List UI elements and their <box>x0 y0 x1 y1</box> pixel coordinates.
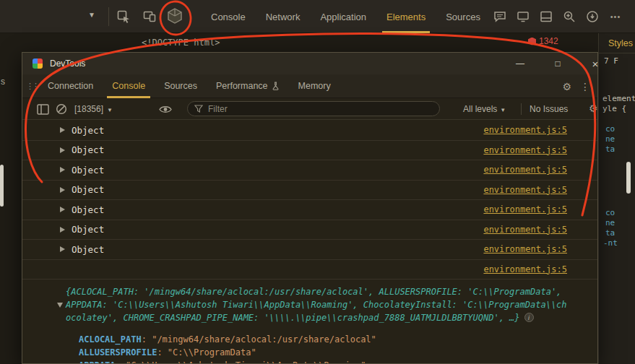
console-row: Object environment.js:5 <box>22 240 597 260</box>
chevron-down-icon: ▼ <box>107 107 113 113</box>
console-sidebar-toggle-icon[interactable] <box>35 102 50 116</box>
object-label[interactable]: Object <box>72 204 104 215</box>
tab-console[interactable]: Console <box>103 74 155 98</box>
maximize-button[interactable]: □ <box>545 53 570 74</box>
console-row: Object environment.js:5 <box>22 200 597 220</box>
layout-panel-icon[interactable] <box>539 9 553 24</box>
console-row: Object environment.js:5 <box>22 160 597 181</box>
screenshot-root: ▼ Console Network Application Elements S… <box>0 0 635 364</box>
expand-arrow-icon[interactable] <box>60 246 65 252</box>
expand-arrow-icon[interactable] <box>60 127 65 133</box>
live-expression-eye-icon[interactable] <box>158 102 173 116</box>
bg-tab-network[interactable]: Network <box>256 0 311 33</box>
background-devtools-toolbar: ▼ Console Network Application Elements S… <box>0 0 635 33</box>
expanded-object: {ACLOCAL_PATH: '/mingw64/share/aclocal:/… <box>22 280 597 363</box>
background-toolbar-icons: ••• <box>493 0 623 33</box>
source-link[interactable]: environment.js:5 <box>483 165 567 175</box>
source-link[interactable]: environment.js:5 <box>483 145 567 155</box>
object-property[interactable]: ALLUSERSPROFILE: "C:\\ProgramData" <box>79 346 567 359</box>
zoom-in-icon[interactable] <box>562 9 576 24</box>
chevron-down-icon: ▼ <box>500 107 506 113</box>
settings-gear-icon[interactable]: ⚙ <box>562 82 571 92</box>
extension-cube-icon[interactable] <box>165 6 184 25</box>
styles-code-fragment: ta <box>605 228 615 238</box>
tab-connection[interactable]: Connection <box>38 74 103 98</box>
left-scrollbar-thumb[interactable] <box>0 165 4 207</box>
bg-tab-console[interactable]: Console <box>201 0 256 33</box>
clear-console-icon[interactable] <box>54 102 69 116</box>
styles-pane-sliver: Styles 7 F element yle { co ne ta co ne … <box>598 33 635 364</box>
error-count-badge[interactable]: 1342 <box>528 36 558 46</box>
styles-code-fragment: ne <box>605 134 615 144</box>
object-label[interactable]: Object <box>72 184 104 195</box>
chat-bubble-icon[interactable] <box>493 9 507 24</box>
tab-styles[interactable]: Styles <box>608 38 633 48</box>
info-icon[interactable]: i <box>524 313 534 322</box>
close-button[interactable]: × <box>583 53 608 74</box>
object-property[interactable]: ACLOCAL_PATH: "/mingw64/share/aclocal:/u… <box>79 333 567 346</box>
bg-tab-elements[interactable]: Elements <box>376 0 436 33</box>
minimize-button[interactable]: — <box>508 53 532 74</box>
expand-arrow-icon[interactable] <box>60 227 65 233</box>
update-circle-icon[interactable] <box>585 9 600 24</box>
kebab-menu-icon[interactable]: ⋮ <box>577 81 593 92</box>
source-link[interactable]: environment.js:5 <box>483 225 567 235</box>
doctype-node[interactable]: <!DOCTYPE html> <box>142 38 220 48</box>
tab-memory[interactable]: Memory <box>289 74 340 98</box>
console-messages: Object environment.js:5 Object environme… <box>22 121 597 363</box>
object-label[interactable]: Object <box>72 144 104 155</box>
inspect-element-icon[interactable] <box>116 9 131 25</box>
console-row: environment.js:5 <box>22 260 597 280</box>
window-titlebar[interactable]: DevTools — □ × <box>22 53 597 74</box>
source-link[interactable]: environment.js:5 <box>483 204 567 214</box>
object-label[interactable]: Object <box>72 165 104 176</box>
tab-performance[interactable]: Performance <box>207 74 289 98</box>
collapse-arrow-icon[interactable] <box>57 303 63 308</box>
more-tabs-icon[interactable]: ⋮⋮ <box>25 82 38 91</box>
devtools-floating-window: DevTools — □ × ⋮⋮ Connection Console Sou… <box>22 52 598 364</box>
object-property[interactable]: APPDATA: "C:\\Users\\Ashutosh Tiwari\\Ap… <box>79 359 567 363</box>
source-link[interactable]: environment.js:5 <box>483 264 567 274</box>
object-label[interactable]: Object <box>72 244 104 255</box>
left-edge-fragment: s <box>1 77 5 87</box>
bg-tab-application[interactable]: Application <box>310 0 376 33</box>
styles-code-fragment: element <box>602 94 635 103</box>
source-link[interactable]: environment.js:5 <box>483 185 567 195</box>
window-title: DevTools <box>50 58 85 69</box>
expand-arrow-icon[interactable] <box>60 187 65 193</box>
styles-code-fragment: ta <box>605 144 615 154</box>
filter-input[interactable] <box>208 104 433 114</box>
log-levels-dropdown[interactable]: All levels▼ <box>463 104 506 114</box>
window-tab-strip: ⋮⋮ Connection Console Sources Performanc… <box>22 74 597 98</box>
console-settings-gear-icon[interactable]: ⚙ <box>589 103 598 113</box>
bg-tab-sources[interactable]: Sources <box>436 0 491 33</box>
tab-sources[interactable]: Sources <box>155 74 207 98</box>
toolbar-divider <box>521 103 522 115</box>
flask-icon <box>272 82 280 90</box>
expand-arrow-icon[interactable] <box>60 167 65 173</box>
console-row: Object environment.js:5 <box>22 141 597 161</box>
console-row: Object environment.js:5 <box>22 121 597 141</box>
toolbar-divider <box>108 7 109 26</box>
source-link[interactable]: environment.js:5 <box>483 244 567 254</box>
js-context-selector[interactable]: [18356]▼ <box>74 104 113 114</box>
styles-scrollbar-thumb[interactable] <box>626 162 631 194</box>
no-issues-label[interactable]: No Issues <box>530 104 568 114</box>
error-count: 1342 <box>539 36 558 46</box>
object-label[interactable]: Object <box>72 125 104 136</box>
console-row: Object environment.js:5 <box>22 220 597 240</box>
styles-code-fragment: co <box>605 208 615 217</box>
dropdown-caret-icon[interactable]: ▼ <box>88 11 95 19</box>
object-label[interactable]: Object <box>72 224 104 235</box>
console-row: Object environment.js:5 <box>22 181 597 201</box>
console-toolbar: [18356]▼ All levels▼ No Issues ⚙ <box>22 98 597 120</box>
more-options-icon[interactable]: ••• <box>608 9 623 24</box>
expand-arrow-icon[interactable] <box>60 147 65 153</box>
styles-code-fragment: ne <box>605 218 615 228</box>
filter-box <box>187 101 440 116</box>
source-link[interactable]: environment.js:5 <box>483 125 567 135</box>
monitor-icon[interactable] <box>516 9 530 24</box>
device-toolbar-icon[interactable] <box>142 9 157 25</box>
object-preview[interactable]: {ACLOCAL_PATH: '/mingw64/share/aclocal:/… <box>66 287 567 323</box>
expand-arrow-icon[interactable] <box>60 207 65 212</box>
